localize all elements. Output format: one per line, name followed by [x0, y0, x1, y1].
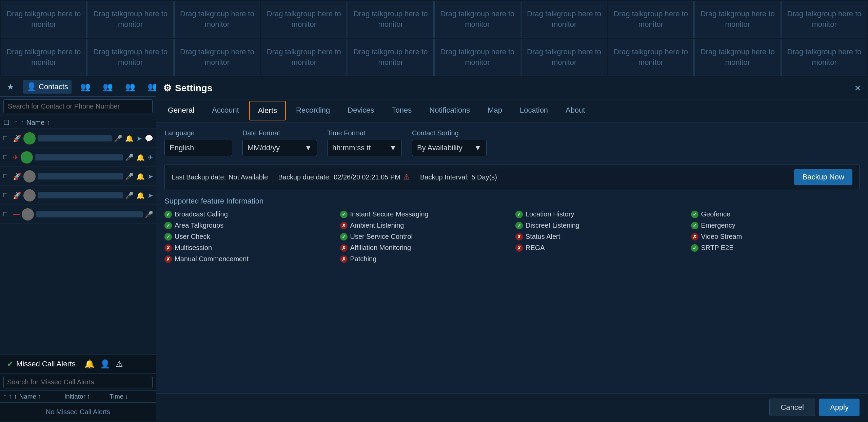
- tab-alerts[interactable]: Alerts: [249, 101, 286, 120]
- action-icons: 🎤: [145, 210, 153, 218]
- sidebar-tab-groups1[interactable]: 👥: [77, 80, 94, 94]
- due-date-item: Backup due date: 02/26/20 02:21:05 PM ⚠: [278, 173, 410, 181]
- tab-tones[interactable]: Tones: [384, 101, 420, 120]
- feature-item: ✗REGA: [515, 244, 684, 252]
- monitor-cell: Drag talkgroup here to monitor: [781, 39, 867, 76]
- tab-account[interactable]: Account: [204, 101, 247, 120]
- check-circle-icon: ✓: [691, 222, 698, 229]
- backup-now-button[interactable]: Backup Now: [794, 169, 852, 185]
- sidebar-tab-favorites[interactable]: ★: [3, 80, 18, 94]
- modal-title: ⚙ Settings: [163, 82, 212, 94]
- check-circle-icon: ✓: [515, 211, 523, 218]
- sort-up2-icon[interactable]: ↑: [9, 393, 12, 400]
- time-format-dropdown[interactable]: hh:mm:ss tt ▼: [327, 140, 402, 156]
- last-backup-value: Not Available: [229, 173, 268, 181]
- sidebar-tab-groups3[interactable]: 👥: [122, 80, 139, 94]
- monitor-cell: Drag talkgroup here to monitor: [87, 39, 174, 76]
- modal-close-button[interactable]: ×: [854, 82, 861, 94]
- monitor-cell: Drag talkgroup here to monitor: [174, 39, 260, 76]
- feature-item: ✓SRTP E2E: [691, 244, 860, 252]
- name-col-header[interactable]: Name ↑: [19, 393, 62, 400]
- feature-label: REGA: [526, 244, 545, 252]
- date-format-field: Date Format MM/dd/yy ▼: [242, 129, 317, 156]
- interval-item: Backup Interval: 5 Day(s): [420, 173, 497, 181]
- checkmark-icon: ✔: [7, 359, 14, 369]
- feature-label: Broadcast Calling: [175, 210, 228, 218]
- time-col-header[interactable]: Time ↓: [110, 393, 153, 400]
- tab-recording[interactable]: Recording: [288, 101, 338, 120]
- missed-call-search-input[interactable]: [3, 376, 153, 388]
- sidebar-tab-contacts[interactable]: 👤 Contacts: [23, 80, 72, 94]
- avatar: [21, 151, 33, 164]
- check-circle-icon: ✓: [515, 222, 523, 229]
- sort-up-icon[interactable]: ↑: [3, 393, 7, 400]
- contact-row: ☐ 🚀 🎤 🔔 ➤: [0, 186, 156, 205]
- feature-label: Affiliation Monitoring: [350, 244, 411, 252]
- monitor-cell: Drag talkgroup here to monitor: [608, 39, 694, 76]
- sort-up2-icon[interactable]: ↑: [20, 119, 24, 127]
- bell-icon: 🔔: [136, 153, 145, 161]
- action-icons: 🎤 🔔 ➤ 💬: [114, 134, 153, 142]
- tab-map[interactable]: Map: [479, 101, 510, 120]
- tab-general[interactable]: General: [160, 101, 202, 120]
- apply-button[interactable]: Apply: [819, 399, 860, 416]
- missed-call-tab[interactable]: ✔ Missed Call Alerts: [3, 357, 79, 371]
- features-grid: ✓Broadcast Calling✓Instant Secure Messag…: [164, 210, 860, 263]
- arrow-icon: ➤: [147, 172, 153, 180]
- tab-devices[interactable]: Devices: [339, 101, 382, 120]
- row-checkbox[interactable]: ☐: [3, 192, 11, 198]
- feature-label: Discreet Listening: [526, 222, 579, 229]
- check-circle-icon: ✓: [340, 233, 348, 241]
- x-circle-icon: ✗: [691, 233, 698, 241]
- avatar: [23, 132, 36, 145]
- sort-up3-icon[interactable]: ↑: [14, 393, 17, 400]
- contact-name-blur: [38, 173, 123, 179]
- feature-item: ✓Area Talkgroups: [164, 222, 333, 229]
- sort-up-icon[interactable]: ↑: [14, 119, 18, 127]
- contact-search-input[interactable]: [3, 99, 153, 113]
- initiator-col-header[interactable]: Initiator ↑: [64, 393, 107, 400]
- contact-sorting-label: Contact Sorting: [412, 129, 487, 137]
- contact-sorting-dropdown[interactable]: By Availability ▼: [412, 140, 487, 156]
- x-circle-icon: ✗: [340, 244, 348, 252]
- action-icons: 🎤 🔔 ➤: [125, 191, 153, 199]
- name-column-header[interactable]: Name ↑: [26, 119, 153, 127]
- date-format-dropdown[interactable]: MM/dd/yy ▼: [242, 140, 317, 156]
- tab-location[interactable]: Location: [512, 101, 556, 120]
- monitor-cell: Drag talkgroup here to monitor: [1, 39, 87, 76]
- star-icon: ★: [7, 82, 14, 92]
- contact-sorting-field: Contact Sorting By Availability ▼: [412, 129, 487, 156]
- tab-about[interactable]: About: [557, 101, 593, 120]
- warning-icon: ⚠: [403, 173, 410, 181]
- row-checkbox[interactable]: ☐: [3, 211, 11, 217]
- contact-row: ☐ — 🎤: [0, 205, 156, 224]
- groups3-icon: 👥: [125, 82, 135, 92]
- language-label: Language: [164, 129, 232, 137]
- modal-content: Language English Date Format MM/dd/yy ▼ …: [156, 122, 868, 394]
- settings-fields-row: Language English Date Format MM/dd/yy ▼ …: [164, 129, 860, 156]
- x-circle-icon: ✗: [164, 255, 172, 263]
- row-checkbox[interactable]: ☐: [3, 154, 11, 160]
- monitor-cell: Drag talkgroup here to monitor: [434, 39, 520, 76]
- row-checkbox[interactable]: ☐: [3, 173, 11, 179]
- features-section: Supported feature Information ✓Broadcast…: [164, 197, 860, 263]
- due-date-value: 02/26/20 02:21:05 PM: [334, 173, 400, 181]
- select-all-checkbox[interactable]: ☐: [3, 118, 12, 127]
- tab-notifications[interactable]: Notifications: [421, 101, 478, 120]
- contact-sorting-value: By Availability: [417, 143, 462, 152]
- bell-icon: 🔔: [136, 172, 145, 180]
- last-backup-label: Last Backup date:: [172, 173, 226, 181]
- feature-label: Location History: [526, 210, 574, 218]
- monitor-cell: Drag talkgroup here to monitor: [434, 1, 520, 38]
- x-circle-icon: ✗: [340, 222, 348, 229]
- monitor-cell: Drag talkgroup here to monitor: [87, 1, 174, 38]
- contact-row: ☐ 🚀 🎤 🔔 ➤ 💬: [0, 129, 156, 148]
- arrow-icon: ➤: [136, 134, 142, 142]
- sidebar-tab-groups2[interactable]: 👥: [99, 80, 116, 94]
- sidebar-search-area: [0, 97, 156, 116]
- cancel-button[interactable]: Cancel: [769, 399, 815, 416]
- bell-icon: 🔔: [125, 134, 134, 142]
- row-checkbox[interactable]: ☐: [3, 135, 11, 141]
- feature-item: ✗Multisession: [164, 244, 333, 252]
- language-field: Language English: [164, 129, 232, 156]
